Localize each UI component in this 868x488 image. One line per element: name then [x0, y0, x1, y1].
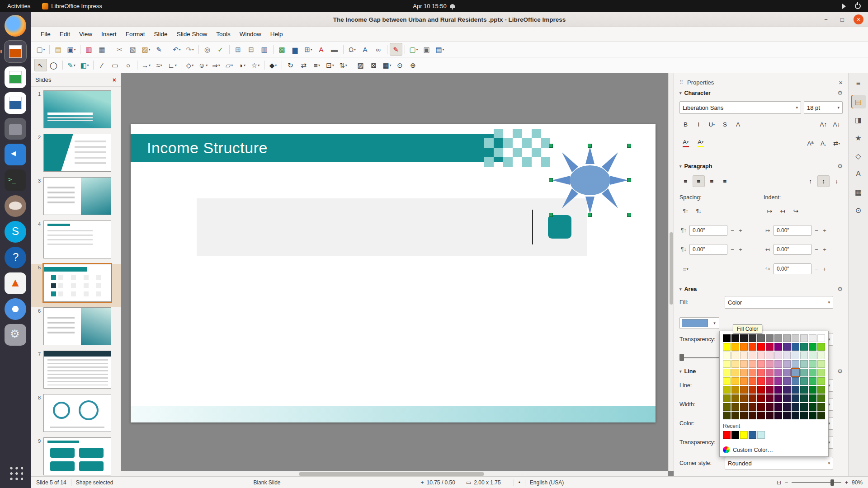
- color-swatch[interactable]: [774, 334, 782, 342]
- color-swatch[interactable]: [740, 403, 748, 411]
- basic-shapes[interactable]: ◇ ▾: [184, 59, 196, 71]
- color-swatch[interactable]: [731, 377, 739, 385]
- chevron-down-icon[interactable]: ▾: [793, 105, 798, 110]
- increase-font-size[interactable]: A↑: [817, 118, 830, 130]
- color-swatch[interactable]: [731, 412, 739, 419]
- color-swatch[interactable]: [766, 369, 774, 376]
- fill-color-dropdown-arrow[interactable]: ▾: [710, 318, 719, 328]
- help[interactable]: [5, 247, 26, 268]
- vscode[interactable]: [5, 144, 26, 165]
- color-swatch[interactable]: [731, 403, 739, 411]
- color-swatch[interactable]: [783, 343, 791, 351]
- libreoffice-impress[interactable]: [5, 41, 26, 62]
- color-swatch[interactable]: [731, 369, 739, 376]
- color-swatch[interactable]: [723, 412, 731, 419]
- tab-properties[interactable]: ▤: [851, 95, 866, 108]
- color-swatch[interactable]: [817, 369, 825, 376]
- align-left[interactable]: ≡: [679, 175, 692, 187]
- color-swatch[interactable]: [817, 343, 825, 351]
- slide-list-item[interactable]: 8: [31, 394, 121, 437]
- color-swatch[interactable]: [723, 394, 731, 402]
- current-fill-color-swatch[interactable]: [682, 319, 708, 327]
- fill-color[interactable]: ◧ ▾: [78, 59, 91, 71]
- color-swatch[interactable]: [774, 386, 782, 394]
- zoom-slider-thumb[interactable]: [830, 479, 834, 486]
- vertical-scrollbar-thumb[interactable]: [670, 232, 673, 305]
- color-swatch[interactable]: [774, 343, 782, 351]
- color-swatch[interactable]: [766, 403, 774, 411]
- curves-polygons[interactable]: ≈ ▾: [153, 59, 165, 71]
- increase-indent[interactable]: ↦: [764, 205, 776, 217]
- display-grid[interactable]: ⊞: [232, 43, 245, 56]
- align-center[interactable]: ≡: [693, 175, 705, 187]
- slide-list-item[interactable]: 4: [31, 221, 121, 264]
- color-swatch[interactable]: [766, 394, 774, 402]
- color-swatch[interactable]: [774, 412, 782, 419]
- copy[interactable]: ▧: [127, 43, 139, 56]
- indent-before-spinner[interactable]: ↦ 0.00″ −+: [764, 225, 828, 236]
- color-swatch[interactable]: [792, 352, 799, 359]
- color-swatch[interactable]: [740, 412, 748, 419]
- menu-item[interactable]: File: [36, 28, 55, 40]
- line-color[interactable]: ✎ ▾: [65, 59, 78, 71]
- display-views[interactable]: ▥: [258, 43, 271, 56]
- color-swatch[interactable]: [740, 386, 748, 394]
- custom-color-button[interactable]: Custom Color…: [723, 443, 825, 453]
- color-swatch[interactable]: [792, 377, 799, 385]
- increment-button[interactable]: +: [821, 246, 828, 253]
- connectors[interactable]: ∟ ▾: [166, 59, 179, 71]
- menu-item[interactable]: Slide Show: [172, 28, 212, 40]
- color-swatch[interactable]: [783, 412, 791, 419]
- color-swatch[interactable]: [731, 352, 739, 359]
- color-swatch[interactable]: [774, 403, 782, 411]
- center-vertically[interactable]: ↕: [817, 175, 830, 187]
- cut[interactable]: ✂: [113, 43, 126, 56]
- close-button[interactable]: ×: [854, 14, 863, 24]
- first-line-indent-spinner[interactable]: ↪ 0.00″ −+: [764, 263, 828, 274]
- duplicate-slide[interactable]: ▣: [420, 43, 433, 56]
- color-swatch[interactable]: [766, 343, 774, 351]
- slide-list-item[interactable]: 2: [31, 134, 121, 177]
- color-swatch[interactable]: [749, 377, 756, 385]
- slides-panel-close-icon[interactable]: ×: [113, 76, 116, 84]
- color-swatch[interactable]: [723, 352, 731, 359]
- color-swatch[interactable]: [783, 352, 791, 359]
- print[interactable]: ▦: [96, 43, 108, 56]
- spelling[interactable]: ✓: [214, 43, 227, 56]
- corner-style-dropdown[interactable]: Rounded ▾: [725, 457, 833, 469]
- color-swatch[interactable]: [792, 369, 799, 376]
- export-pdf[interactable]: ▥: [83, 43, 95, 56]
- chevron-down-icon[interactable]: ▾: [679, 369, 682, 374]
- color-swatch[interactable]: [723, 403, 731, 411]
- align-objects[interactable]: ≡ ▾: [311, 59, 323, 71]
- color-swatch[interactable]: [723, 386, 731, 394]
- justify[interactable]: ≡: [719, 175, 731, 187]
- insert-chart[interactable]: ▆: [289, 43, 302, 56]
- slide-thumbnail[interactable]: [43, 177, 111, 215]
- color-swatch[interactable]: [783, 377, 791, 385]
- color-swatch[interactable]: [757, 394, 765, 402]
- volume-icon[interactable]: [842, 4, 849, 9]
- select[interactable]: ↖: [34, 59, 47, 71]
- activities-button[interactable]: Activities: [0, 3, 38, 9]
- color-swatch[interactable]: [757, 360, 765, 368]
- libreoffice-calc[interactable]: [5, 66, 26, 88]
- flowchart-shapes[interactable]: ▱ ▾: [223, 59, 236, 71]
- color-swatch[interactable]: [792, 394, 799, 402]
- show-applications-icon[interactable]: [8, 465, 23, 480]
- color-swatch[interactable]: [809, 334, 816, 342]
- slide-thumbnail[interactable]: [43, 134, 111, 172]
- color-swatch[interactable]: [731, 394, 739, 402]
- tab-navigator[interactable]: ⊙: [851, 203, 866, 217]
- skype[interactable]: [5, 221, 26, 243]
- color-swatch[interactable]: [774, 360, 782, 368]
- terminal[interactable]: [5, 169, 26, 191]
- color-swatch[interactable]: [757, 352, 765, 359]
- color-swatch[interactable]: [723, 334, 731, 342]
- color-swatch[interactable]: [800, 386, 808, 394]
- flip[interactable]: ⇄: [297, 59, 310, 71]
- arrange[interactable]: ⊡ ▾: [324, 59, 336, 71]
- color-swatch[interactable]: [766, 360, 774, 368]
- slide-list-item[interactable]: 5: [31, 264, 121, 307]
- color-swatch[interactable]: [817, 403, 825, 411]
